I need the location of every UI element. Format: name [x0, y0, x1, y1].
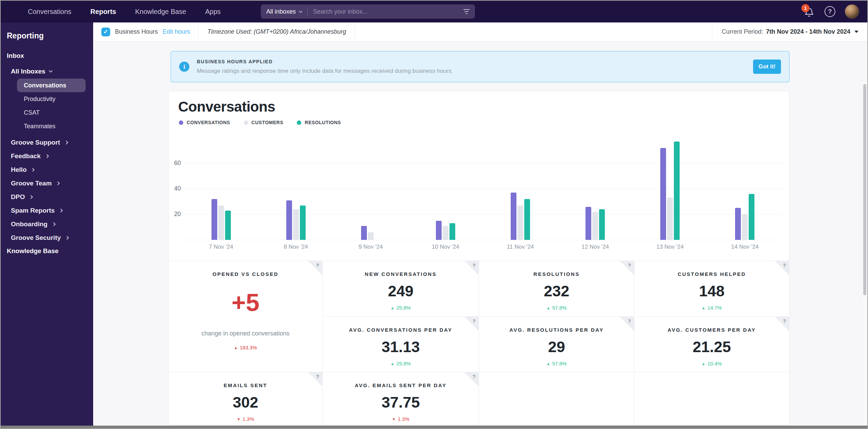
sidebar-group-spam-reports[interactable]: Spam Reports — [11, 204, 93, 217]
filter-icon[interactable] — [463, 9, 470, 14]
bar-conversations[interactable] — [436, 221, 442, 240]
bars-row — [184, 138, 782, 240]
bar-group[interactable] — [483, 138, 558, 240]
divider — [307, 7, 308, 16]
legend-item-customers[interactable]: CUSTOMERS — [244, 120, 284, 125]
sidebar-section-inbox[interactable]: Inbox — [7, 52, 93, 60]
sidebar-group-groove-team[interactable]: Groove Team — [11, 177, 93, 190]
stat-title: OPENED VS CLOSED — [212, 271, 278, 277]
sidebar-group-onboarding[interactable]: Onboarding — [11, 217, 93, 231]
nav-apps[interactable]: Apps — [205, 8, 221, 16]
sidebar-item-productivity[interactable]: Productivity — [17, 92, 86, 106]
sidebar-section-knowledge-base[interactable]: Knowledge Base — [7, 247, 93, 255]
help-icon[interactable]: ? — [824, 6, 835, 17]
bar-group[interactable] — [408, 138, 483, 240]
stat-value: 29 — [548, 338, 565, 356]
search-bar[interactable]: All inboxes — [261, 4, 475, 19]
legend-label: RESOLUTIONS — [305, 120, 341, 125]
nav-conversations[interactable]: Conversations — [28, 8, 71, 16]
main-content: i BUSINESS HOURS APPLIED Message ratings… — [93, 42, 867, 426]
legend-item-conversations[interactable]: CONVERSATIONS — [179, 120, 230, 125]
bar-conversations[interactable] — [511, 193, 516, 240]
bar-customers[interactable] — [517, 205, 523, 240]
business-hours-banner: i BUSINESS HOURS APPLIED Message ratings… — [171, 51, 789, 82]
bar-customers[interactable] — [368, 232, 374, 240]
bar-resolutions[interactable] — [599, 209, 605, 240]
bar-resolutions[interactable] — [749, 194, 754, 240]
stat-value: 302 — [233, 394, 258, 411]
bar-resolutions[interactable] — [674, 142, 680, 240]
sidebar-group-groove-support[interactable]: Groove Support — [11, 136, 93, 149]
stat-help-icon[interactable]: ? — [473, 318, 476, 324]
search-input[interactable] — [313, 8, 463, 15]
business-hours-checkbox[interactable]: ✓ — [101, 28, 110, 36]
y-axis-label: 20 — [170, 211, 181, 218]
nav-reports[interactable]: Reports — [90, 8, 116, 16]
stat-help-icon[interactable]: ? — [628, 262, 631, 268]
bar-customers[interactable] — [742, 214, 748, 240]
stat-help-icon[interactable]: ? — [783, 262, 786, 268]
stat-title: AVG. RESOLUTIONS PER DAY — [509, 327, 604, 333]
legend-item-resolutions[interactable]: RESOLUTIONS — [297, 120, 341, 125]
bar-resolutions[interactable] — [449, 223, 455, 240]
got-it-button[interactable]: Got it! — [753, 60, 781, 74]
stat-emails-sent: ? EMAILS SENT 302 ▼ 1.3% — [169, 372, 322, 429]
user-avatar[interactable] — [845, 4, 859, 19]
bar-customers[interactable] — [218, 205, 224, 240]
bar-customers[interactable] — [293, 209, 299, 240]
bar-resolutions[interactable] — [524, 199, 530, 240]
bar-resolutions[interactable] — [225, 211, 231, 240]
sidebar-group-feedback[interactable]: Feedback — [11, 149, 93, 163]
sidebar-item-conversations[interactable]: Conversations — [17, 79, 86, 92]
stat-help-icon[interactable]: ? — [473, 262, 476, 268]
bar-group[interactable] — [184, 138, 258, 240]
inbox-scope-dropdown[interactable]: All inboxes — [266, 8, 302, 15]
stat-delta: ▲ 25.8% — [391, 305, 411, 311]
stat-title: CUSTOMERS HELPED — [678, 271, 746, 277]
y-axis-label: 40 — [170, 185, 181, 192]
stat-title: AVG. CONVERSATIONS PER DAY — [349, 327, 453, 333]
divider — [198, 22, 199, 42]
bar-conversations[interactable] — [286, 200, 292, 240]
chevron-right-icon — [45, 154, 49, 158]
notifications-bell-icon[interactable]: 1 — [803, 5, 815, 18]
bar-group[interactable] — [633, 138, 708, 240]
bar-group[interactable] — [558, 138, 633, 240]
bar-group[interactable] — [258, 138, 333, 240]
bar-group[interactable] — [708, 138, 782, 240]
x-axis-label: 9 Nov '24 — [333, 244, 408, 250]
sidebar-group-dpo[interactable]: DPO — [11, 190, 93, 204]
chevron-down-icon — [299, 9, 302, 13]
stat-delta: ▲ 10.4% — [702, 361, 722, 366]
bar-conversations[interactable] — [585, 207, 591, 240]
stat-empty-cell — [634, 372, 789, 429]
top-nav-items: Conversations Reports Knowledge Base App… — [1, 8, 221, 16]
stat-help-icon[interactable]: ? — [316, 374, 319, 379]
chevron-down-icon — [49, 68, 53, 72]
bar-customers[interactable] — [667, 198, 673, 240]
bar-group[interactable] — [333, 138, 408, 240]
nav-knowledge-base[interactable]: Knowledge Base — [135, 8, 186, 16]
bar-customers[interactable] — [443, 226, 448, 240]
stat-help-icon[interactable]: ? — [628, 318, 631, 324]
vertical-scrollbar[interactable] — [862, 82, 867, 423]
bar-resolutions[interactable] — [300, 205, 306, 240]
stat-help-icon[interactable]: ? — [783, 318, 786, 324]
bar-conversations[interactable] — [735, 208, 741, 240]
scrollbar-thumb[interactable] — [863, 84, 866, 295]
bar-conversations[interactable] — [211, 199, 217, 240]
bar-conversations[interactable] — [660, 148, 666, 240]
sidebar-item-csat[interactable]: CSAT — [17, 106, 86, 119]
sidebar-group-hello[interactable]: Hello — [11, 163, 93, 177]
stat-help-icon[interactable]: ? — [316, 262, 319, 268]
sidebar-group-all-inboxes[interactable]: All Inboxes — [11, 68, 93, 75]
sidebar-group-groove-security[interactable]: Groove Security — [11, 231, 93, 245]
sidebar-item-teammates[interactable]: Teammates — [17, 119, 86, 133]
stat-help-icon[interactable]: ? — [473, 374, 476, 379]
triangle-up-icon: ▲ — [546, 362, 550, 366]
bar-customers[interactable] — [592, 212, 598, 240]
bar-conversations[interactable] — [361, 226, 367, 240]
business-hours-label: Business Hours — [115, 28, 158, 35]
current-period-dropdown[interactable]: Current Period: 7th Nov 2024 - 14th Nov … — [712, 22, 867, 42]
edit-hours-link[interactable]: Edit hours — [163, 28, 190, 35]
